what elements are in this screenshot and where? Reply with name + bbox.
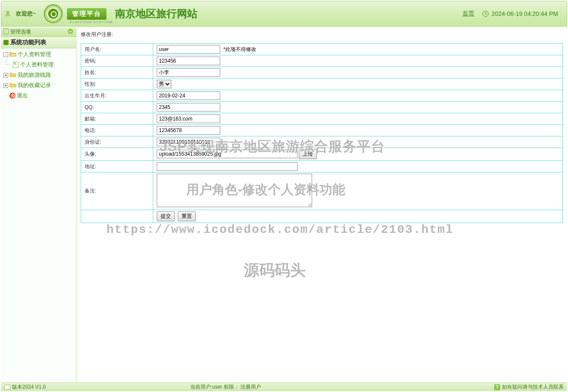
table-row: 电话: [81,125,563,136]
header-right: 首页 2024-06-19 04:20:44 PM [462,10,558,18]
table-row: 性别: 男 [81,78,563,90]
label-username: 用户名: [81,44,153,55]
username-input[interactable] [157,45,220,54]
label-email: 邮箱: [81,113,153,125]
username-note: *此项不得修改 [223,46,256,52]
sidebar-item-label: 退出 [17,92,28,100]
sidebar-item-label: 我的收藏记录 [18,81,51,89]
sidebar-item-exit[interactable]: ⏻ 退出 [1,90,76,101]
phone-input[interactable] [157,126,220,135]
sidebar-item-routes[interactable]: + 我的旅游线路 [1,70,76,80]
sidebar-item-label: 个人资料管理 [18,51,51,58]
document-icon [3,28,9,36]
label-idcard: 身份证: [81,136,153,148]
help-icon: ? [494,384,500,390]
datetime-display: 2024-06-19 04:20:44 PM [482,10,558,17]
label-password: 密码: [81,55,153,67]
sidebar-header[interactable]: 管理选项 [1,27,76,37]
remark-textarea[interactable] [157,174,312,207]
main-content: 修改用户注册: 用户名: *此项不得修改 密码: 姓名: 性别: [76,27,567,383]
tree-expand-icon[interactable]: + [3,83,8,88]
table-row: 备注: [81,172,563,210]
table-row: 头像: 上传 [81,148,563,161]
help-text: 如有疑问请与技术人员联系 [502,383,564,391]
label-remark: 备注: [81,172,153,210]
table-row: 密码: [81,55,563,67]
address-input[interactable] [157,162,298,171]
edit-icon [13,62,19,68]
platform-label: 管理平台 [67,8,106,20]
site-title: 南京地区旅行网站 [115,7,197,21]
folder-open-icon [9,51,16,58]
clock-icon [482,10,489,17]
welcome-text: 欢迎您~ [16,10,36,18]
datetime-text: 2024-06-19 04:20:44 PM [492,10,558,17]
logo-icon [44,4,63,23]
password-input[interactable] [157,57,220,65]
sidebar-subitem-profile-manage[interactable]: 个人资料管理 [10,60,76,70]
table-row: 地址: [81,161,563,172]
footer-left: 版本2024 V1.0 [4,383,46,391]
home-link[interactable]: 首页 [462,10,474,18]
table-row: QQ: [81,102,563,113]
label-name: 姓名: [81,67,153,78]
svg-point-0 [6,11,9,14]
email-input[interactable] [157,115,220,123]
folder-icon [9,72,16,79]
table-row: 用户名: *此项不得修改 [81,44,563,55]
user-icon [4,10,12,18]
header-bar: 欢迎您~ 管理平台 PLATFORM SYSYTEM 南京地区旅行网站 首页 2… [1,1,567,27]
footer-center: 当前用户:user 权限： 注册用户 [190,383,261,391]
table-row: 提交 重置 [81,210,563,223]
birth-input[interactable] [157,91,220,100]
tree-title: 系统功能列表 [1,37,76,48]
footer-bar: 版本2024 V1.0 当前用户:user 权限： 注册用户 ? 如有疑问请与技… [1,383,567,391]
table-row: 身份证: [81,136,563,148]
sidebar-header-label: 管理选项 [10,28,31,36]
content-title: 修改用户注册: [81,31,563,38]
footer-right: ? 如有疑问请与技术人员联系 [494,383,564,391]
submit-button[interactable]: 提交 [157,211,175,221]
svg-point-6 [68,29,73,34]
avatar-input[interactable] [157,150,298,158]
version-text: 版本2024 V1.0 [12,383,46,391]
platform-sublabel: PLATFORM SYSYTEM [70,20,112,24]
tree-expand-icon[interactable]: + [3,73,8,78]
label-qq: QQ: [81,102,153,113]
folder-icon [9,82,16,89]
label-avatar: 头像: [81,148,153,161]
sidebar-item-label: 我的旅游线路 [18,71,51,79]
power-icon: ⏻ [9,93,15,99]
table-row: 邮箱: [81,113,563,125]
header-left: 欢迎您~ 管理平台 PLATFORM SYSYTEM 南京地区旅行网站 [1,4,462,23]
name-input[interactable] [157,68,220,77]
qq-input[interactable] [157,103,220,112]
tree-collapse-icon[interactable]: - [3,52,8,57]
reset-button[interactable]: 重置 [178,211,196,221]
upload-button[interactable]: 上传 [299,149,317,159]
gender-select[interactable]: 男 [157,80,171,88]
label-phone: 电话: [81,125,153,136]
label-address: 地址: [81,161,153,172]
label-birth: 出生年月: [81,90,153,102]
label-gender: 性别: [81,78,153,90]
table-row: 姓名: [81,67,563,78]
idcard-input[interactable] [157,138,220,146]
table-row: 出生年月: [81,90,563,102]
sidebar-item-profile[interactable]: - 个人资料管理 [1,49,76,60]
sidebar-item-label: 个人资料管理 [20,61,54,69]
book-icon [4,385,10,390]
collapse-icon[interactable] [67,28,73,36]
nav-tree: - 个人资料管理 个人资料管理 + 我的旅游线路 + [1,48,76,102]
sidebar: 管理选项 系统功能列表 - 个人资料管理 个人资料管理 [1,27,76,383]
form-table: 用户名: *此项不得修改 密码: 姓名: 性别: 男 [81,43,563,223]
sidebar-item-favorites[interactable]: + 我的收藏记录 [1,80,76,90]
